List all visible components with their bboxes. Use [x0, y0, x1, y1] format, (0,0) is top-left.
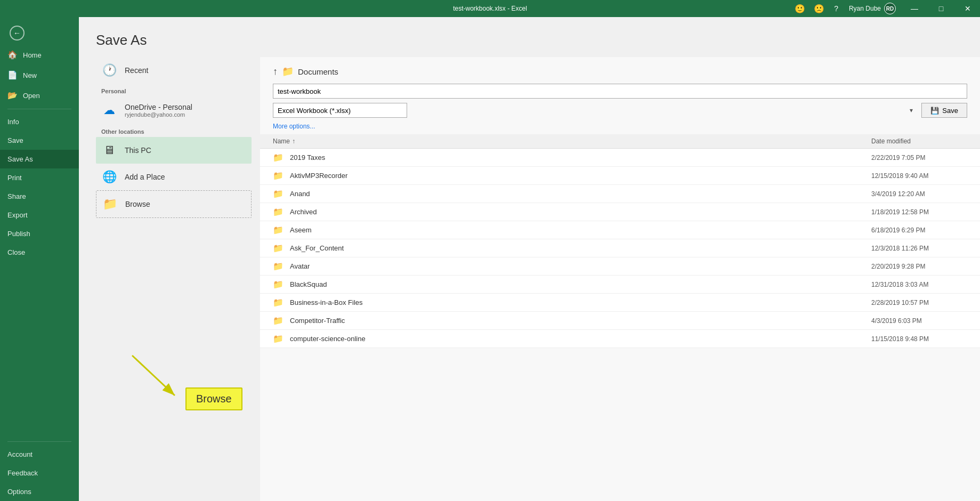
file-date: 4/3/2019 6:03 PM: [871, 317, 967, 325]
file-name: computer-science-online: [290, 335, 871, 343]
onedrive-email: ryjendube@yahoo.com: [125, 111, 192, 118]
table-row[interactable]: 📁 Avatar 2/20/2019 9:28 PM: [260, 257, 980, 276]
table-row[interactable]: 📁 2019 Taxes 2/22/2019 7:05 PM: [260, 149, 980, 167]
sidebar-label-print: Print: [7, 174, 22, 182]
file-name: Business-in-a-Box Files: [290, 298, 871, 306]
breadcrumb-text: Documents: [298, 67, 338, 76]
other-locations-label: Other locations: [96, 124, 252, 137]
this-pc-label: This PC: [125, 146, 151, 155]
folder-icon: 📁: [273, 261, 284, 271]
sidebar-label-save: Save: [7, 136, 23, 144]
sidebar-item-new[interactable]: 📄 New: [0, 65, 79, 85]
column-date-label: Date modified: [871, 138, 911, 145]
annotation-container: Browse: [185, 387, 242, 410]
file-name: Avatar: [290, 262, 871, 270]
more-options-link[interactable]: More options...: [273, 123, 315, 130]
location-add-place[interactable]: 🌐 Add a Place: [96, 164, 252, 190]
file-date: 12/3/2018 11:26 PM: [871, 245, 967, 252]
location-browse[interactable]: 📁 Browse: [96, 190, 252, 218]
file-name: Archived: [290, 208, 871, 216]
breadcrumb-up-button[interactable]: ↑: [273, 66, 278, 77]
sidebar-item-share[interactable]: Share: [0, 187, 79, 206]
folder-icon: 📁: [273, 316, 284, 326]
table-row[interactable]: 📁 computer-science-online 11/15/2018 9:4…: [260, 330, 980, 348]
sidebar-back[interactable]: ←: [0, 17, 79, 45]
sidebar-label-export: Export: [7, 211, 28, 219]
column-name-label: Name: [273, 138, 290, 145]
onedrive-icon: ☁: [101, 103, 117, 117]
filetype-row: Excel Workbook (*.xlsx) Excel Macro-Enab…: [273, 103, 967, 118]
sidebar-item-save-as[interactable]: Save As: [0, 150, 79, 168]
sad-icon[interactable]: 🙁: [811, 0, 828, 17]
filename-input[interactable]: [273, 84, 967, 99]
location-recent[interactable]: 🕐 Recent: [96, 57, 252, 84]
sidebar-label-save-as: Save As: [7, 155, 33, 163]
file-date: 2/22/2019 7:05 PM: [871, 154, 967, 161]
location-this-pc[interactable]: 🖥 This PC: [96, 137, 252, 164]
table-row[interactable]: 📁 AktivMP3Recorder 12/15/2018 9:40 AM: [260, 167, 980, 185]
filetype-select[interactable]: Excel Workbook (*.xlsx) Excel Macro-Enab…: [273, 103, 407, 118]
save-button[interactable]: 💾 Save: [921, 103, 967, 118]
table-row[interactable]: 📁 Archived 1/18/2019 12:58 PM: [260, 203, 980, 221]
help-button[interactable]: ?: [830, 0, 843, 17]
file-name: BlackSquad: [290, 280, 871, 288]
file-date: 1/18/2019 12:58 PM: [871, 208, 967, 216]
close-button[interactable]: ✕: [955, 0, 980, 17]
sidebar-item-close[interactable]: Close: [0, 243, 79, 262]
sidebar-label-new: New: [23, 71, 37, 79]
browse-label: Browse: [125, 200, 150, 208]
minimize-button[interactable]: —: [902, 0, 927, 17]
save-disk-icon: 💾: [930, 107, 939, 115]
user-name: Ryan Dube: [849, 5, 881, 12]
file-name: 2019 Taxes: [290, 153, 871, 161]
column-name[interactable]: Name ↑: [273, 138, 871, 145]
home-icon: 🏠: [7, 50, 18, 60]
page-title: Save As: [79, 17, 980, 57]
sidebar-label-info: Info: [7, 118, 19, 126]
sidebar-item-publish[interactable]: Publish: [0, 224, 79, 243]
sidebar-item-save[interactable]: Save: [0, 131, 79, 150]
file-date: 2/20/2019 9:28 PM: [871, 263, 967, 270]
sidebar-item-home[interactable]: 🏠 Home: [0, 45, 79, 65]
save-btn-label: Save: [942, 107, 958, 115]
open-icon: 📂: [7, 91, 18, 100]
sidebar-item-account[interactable]: Account: [0, 445, 79, 464]
sidebar-item-feedback[interactable]: Feedback: [0, 464, 79, 482]
file-date: 11/15/2018 9:48 PM: [871, 335, 967, 343]
save-as-body: 🕐 Recent Personal ☁ OneDrive - Personal …: [79, 57, 980, 501]
file-date: 3/4/2019 12:20 AM: [871, 190, 967, 198]
folder-icon: 📁: [273, 152, 284, 163]
annotation-box: Browse: [185, 387, 242, 410]
sort-asc-icon: ↑: [292, 138, 295, 145]
back-arrow-button[interactable]: ←: [10, 26, 25, 41]
table-row[interactable]: 📁 Anand 3/4/2019 12:20 AM: [260, 185, 980, 203]
annotation-label: Browse: [196, 393, 232, 405]
folder-icon: 📁: [273, 171, 284, 181]
folder-icon: 📁: [273, 279, 284, 289]
sidebar-item-print[interactable]: Print: [0, 168, 79, 187]
sidebar-item-info[interactable]: Info: [0, 112, 79, 131]
file-date: 2/28/2019 10:57 PM: [871, 299, 967, 306]
breadcrumb-row: ↑ 📁 Documents: [273, 66, 967, 77]
sidebar-label-publish: Publish: [7, 230, 30, 238]
sidebar-item-export[interactable]: Export: [0, 206, 79, 224]
pc-icon: 🖥: [101, 143, 117, 157]
sidebar-item-options[interactable]: Options: [0, 482, 79, 501]
file-name: Anand: [290, 190, 871, 198]
file-list-container[interactable]: 📁 2019 Taxes 2/22/2019 7:05 PM 📁 AktivMP…: [260, 149, 980, 501]
location-onedrive[interactable]: ☁ OneDrive - Personal ryjendube@yahoo.co…: [96, 96, 252, 124]
new-icon: 📄: [7, 70, 18, 80]
table-row[interactable]: 📁 Competitor-Traffic 4/3/2019 6:03 PM: [260, 312, 980, 330]
smiley-icon[interactable]: 🙂: [791, 0, 808, 17]
filetype-select-wrapper: Excel Workbook (*.xlsx) Excel Macro-Enab…: [273, 103, 917, 118]
sidebar-label-open: Open: [23, 92, 40, 100]
maximize-button[interactable]: □: [929, 0, 953, 17]
table-row[interactable]: 📁 Ask_For_Content 12/3/2018 11:26 PM: [260, 239, 980, 257]
sidebar-item-open[interactable]: 📂 Open: [0, 85, 79, 106]
app-body: ← 🏠 Home 📄 New 📂 Open Info Save Save As …: [0, 17, 980, 501]
table-row[interactable]: 📁 BlackSquad 12/31/2018 3:03 AM: [260, 276, 980, 294]
file-name: Ask_For_Content: [290, 244, 871, 252]
table-row[interactable]: 📁 Business-in-a-Box Files 2/28/2019 10:5…: [260, 294, 980, 312]
sidebar-label-close: Close: [7, 248, 25, 256]
table-row[interactable]: 📁 Aseem 6/18/2019 6:29 PM: [260, 221, 980, 239]
